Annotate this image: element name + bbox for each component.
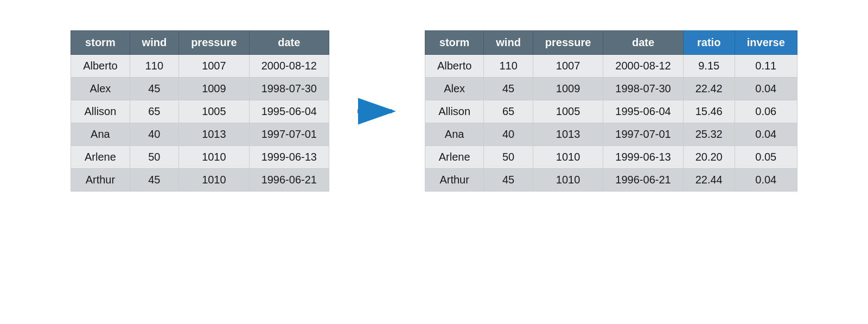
left-table-cell: Arthur	[71, 169, 130, 192]
left-table-cell: 1009	[179, 78, 250, 100]
left-table-cell: 1997-07-01	[249, 123, 329, 146]
right-table-cell: Allison	[425, 100, 483, 123]
right-table-cell: 0.04	[735, 169, 797, 192]
left-table: stormwindpressuredate Alberto11010072000…	[71, 30, 329, 192]
right-table: stormwindpressuredateratioinverse Albert…	[425, 30, 797, 192]
right-table-cell: 0.04	[735, 78, 797, 100]
left-table-cell: 1007	[179, 55, 250, 78]
right-table-cell: 1998-07-30	[603, 78, 683, 100]
right-table-cell: 22.44	[683, 169, 735, 192]
left-header-pressure: pressure	[179, 31, 250, 55]
right-table-cell: 22.42	[683, 78, 735, 100]
left-table-row: Allison6510051995-06-04	[71, 100, 329, 123]
right-table-cell: 1010	[533, 169, 603, 192]
left-table-cell: Arlene	[71, 146, 130, 169]
right-table-cell: 1005	[533, 100, 603, 123]
left-table-cell: Allison	[71, 100, 130, 123]
right-table-row: Ana4010131997-07-0125.320.04	[425, 123, 797, 146]
left-header-row: stormwindpressuredate	[71, 31, 329, 55]
right-table-cell: 45	[484, 169, 533, 192]
right-table-cell: 25.32	[683, 123, 735, 146]
right-table-cell: 1995-06-04	[603, 100, 683, 123]
right-table-cell: 40	[484, 123, 533, 146]
left-table-cell: 40	[130, 123, 179, 146]
right-header-storm: storm	[425, 31, 483, 55]
left-table-row: Arlene5010101999-06-13	[71, 146, 329, 169]
right-table-cell: Ana	[425, 123, 483, 146]
left-table-header: stormwindpressuredate	[71, 31, 329, 55]
right-table-cell: 0.04	[735, 123, 797, 146]
left-table-body: Alberto11010072000-08-12Alex4510091998-0…	[71, 55, 329, 192]
right-table-body: Alberto11010072000-08-129.150.11Alex4510…	[425, 55, 797, 192]
left-table-cell: 2000-08-12	[249, 55, 329, 78]
right-table-cell: 1999-06-13	[603, 146, 683, 169]
right-header-row: stormwindpressuredateratioinverse	[425, 31, 797, 55]
left-table-row: Arthur4510101996-06-21	[71, 169, 329, 192]
right-table-cell: Arlene	[425, 146, 483, 169]
right-table-cell: 110	[484, 55, 533, 78]
right-header-wind: wind	[484, 31, 533, 55]
left-table-cell: 65	[130, 100, 179, 123]
right-table-cell: 1009	[533, 78, 603, 100]
left-table-cell: 1998-07-30	[249, 78, 329, 100]
right-header-pressure: pressure	[533, 31, 603, 55]
left-table-cell: Alex	[71, 78, 130, 100]
right-header-ratio: ratio	[683, 31, 735, 55]
arrow-icon	[355, 95, 399, 128]
left-table-cell: Alberto	[71, 55, 130, 78]
right-table-cell: 0.11	[735, 55, 797, 78]
right-table-cell: Alex	[425, 78, 483, 100]
left-table-cell: 1010	[179, 169, 250, 192]
right-table-row: Alex4510091998-07-3022.420.04	[425, 78, 797, 100]
right-table-cell: 1010	[533, 146, 603, 169]
right-header-inverse: inverse	[735, 31, 797, 55]
right-table-cell: 2000-08-12	[603, 55, 683, 78]
right-table-cell: Alberto	[425, 55, 483, 78]
left-table-cell: 45	[130, 169, 179, 192]
right-table-row: Arthur4510101996-06-2122.440.04	[425, 169, 797, 192]
left-header-date: date	[249, 31, 329, 55]
left-table-cell: 1999-06-13	[249, 146, 329, 169]
left-table-cell: Ana	[71, 123, 130, 146]
right-table-cell: Arthur	[425, 169, 483, 192]
right-table-row: Arlene5010101999-06-1320.200.05	[425, 146, 797, 169]
right-table-cell: 50	[484, 146, 533, 169]
left-header-storm: storm	[71, 31, 130, 55]
left-table-cell: 1010	[179, 146, 250, 169]
left-table-cell: 1013	[179, 123, 250, 146]
right-header-date: date	[603, 31, 683, 55]
right-table-cell: 15.46	[683, 100, 735, 123]
right-table-cell: 1007	[533, 55, 603, 78]
left-table-row: Alex4510091998-07-30	[71, 78, 329, 100]
right-table-header: stormwindpressuredateratioinverse	[425, 31, 797, 55]
right-table-cell: 1997-07-01	[603, 123, 683, 146]
left-table-cell: 1996-06-21	[249, 169, 329, 192]
right-table-row: Alberto11010072000-08-129.150.11	[425, 55, 797, 78]
left-header-wind: wind	[130, 31, 179, 55]
left-table-cell: 1005	[179, 100, 250, 123]
left-table-cell: 45	[130, 78, 179, 100]
left-table-cell: 50	[130, 146, 179, 169]
right-table-cell: 45	[484, 78, 533, 100]
right-table-row: Allison6510051995-06-0415.460.06	[425, 100, 797, 123]
left-table-cell: 1995-06-04	[249, 100, 329, 123]
right-table-cell: 0.06	[735, 100, 797, 123]
left-table-cell: 110	[130, 55, 179, 78]
content-area: stormwindpressuredate Alberto11010072000…	[71, 30, 797, 192]
right-table-cell: 65	[484, 100, 533, 123]
left-table-row: Ana4010131997-07-01	[71, 123, 329, 146]
right-table-cell: 1996-06-21	[603, 169, 683, 192]
right-table-cell: 1013	[533, 123, 603, 146]
right-table-cell: 20.20	[683, 146, 735, 169]
right-table-cell: 9.15	[683, 55, 735, 78]
right-table-cell: 0.05	[735, 146, 797, 169]
left-table-row: Alberto11010072000-08-12	[71, 55, 329, 78]
